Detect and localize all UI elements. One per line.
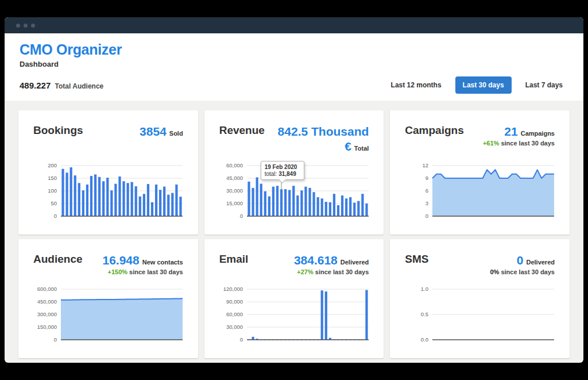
card-title-audience: Audience: [33, 253, 83, 266]
axis-tick-label: 15,000: [226, 200, 243, 206]
range-selector: Last 12 monthsLast 30 daysLast 7 days: [385, 76, 568, 94]
metric-value-email: 384.618: [294, 254, 338, 267]
chart-area[interactable]: 0150,000300,000450,000600,000: [32, 285, 185, 348]
card-campaigns: Campaigns21Campaigns+61% since last 30 d…: [390, 110, 570, 235]
card-metrics: 384.618Delivered+27% since last 30 days: [294, 253, 369, 277]
axis-tick-label: 100: [48, 187, 57, 194]
axis-tick-label: 0: [54, 336, 57, 343]
metric-unit: Campaigns: [521, 130, 555, 137]
axis-tick-label: 300,000: [37, 311, 57, 317]
window-titlebar: [5, 17, 583, 33]
axis-tick-label: 6: [425, 187, 428, 194]
chart-area-bookings: 050100150200: [32, 161, 185, 227]
card-title-sms: SMS: [405, 253, 428, 266]
card-metrics: 3854Sold: [140, 124, 183, 139]
total-audience-value: 489.227: [20, 80, 51, 90]
window-dot-icon[interactable]: [16, 24, 20, 28]
card-header: SMS0Delivered0% since last 30 days: [405, 253, 555, 277]
delta-line: +150% since last 30 days: [103, 268, 183, 277]
axis-tick-label: 45,000: [226, 175, 243, 181]
window-dot-icon[interactable]: [24, 24, 28, 28]
axis-tick-label: 0: [239, 336, 242, 343]
axis-tick-label: 0: [425, 213, 428, 219]
axis-tick-label: 60,000: [226, 311, 243, 317]
card-title-email: Email: [219, 253, 249, 266]
chart-area-campaigns: 036912: [404, 161, 556, 227]
axis-tick-label: 0.5: [421, 311, 428, 317]
axis-tick-label: 9: [425, 175, 428, 181]
delta-value: +27%: [297, 268, 313, 275]
axis-tick-label: 150,000: [37, 324, 57, 330]
card-sms: SMS0Delivered0% since last 30 days0.00.5…: [390, 239, 570, 358]
axis-tick-label: 120,000: [223, 286, 242, 292]
dashboard-grid: Bookings3854Sold050100150200Revenue842.5…: [5, 101, 583, 363]
range-button-last-12-months[interactable]: Last 12 months: [385, 76, 447, 94]
delta-suffix: since last 30 days: [499, 268, 555, 275]
chart-bar[interactable]: 050100150200: [32, 161, 185, 224]
window-dot-icon[interactable]: [31, 24, 35, 28]
metric-unit: Sold: [169, 130, 183, 137]
axis-tick-label: 3: [425, 200, 428, 206]
page-subtitle: Dashboard: [20, 60, 568, 68]
delta-value: +150%: [107, 268, 127, 275]
chart-area[interactable]: 036912: [404, 161, 556, 224]
card-header: Bookings3854Sold: [33, 124, 183, 139]
axis-tick-label: 30,000: [226, 187, 243, 194]
total-audience-label: Total Audience: [55, 82, 104, 90]
app-window: CMO Organizer Dashboard 489.227 Total Au…: [5, 17, 583, 363]
card-title-campaigns: Campaigns: [405, 124, 463, 137]
delta-suffix: since last 30 days: [127, 268, 183, 275]
range-button-last-7-days[interactable]: Last 7 days: [520, 76, 568, 94]
delta-line: +61% since last 30 days: [483, 140, 555, 148]
axis-tick-label: 150: [48, 175, 57, 181]
axis-tick-label: 30,000: [226, 324, 243, 330]
axis-tick-label: 200: [48, 162, 57, 168]
chart-area-revenue: 015,00030,00045,00060,00019 Feb 2020tota…: [218, 161, 371, 227]
card-metrics: 21Campaigns+61% since last 30 days: [483, 124, 555, 148]
range-button-last-30-days[interactable]: Last 30 days: [455, 76, 512, 94]
app-title: CMO Organizer: [20, 41, 568, 58]
card-header: Audience16.948New contacts+150% since la…: [33, 253, 183, 277]
axis-tick-label: 0.0: [421, 336, 428, 343]
chart-line[interactable]: 0.00.51.0: [404, 285, 556, 348]
tooltip-date: 19 Feb 2020: [265, 164, 300, 170]
metric-unit: Delivered: [341, 259, 369, 266]
total-audience-stat: 489.227 Total Audience: [20, 80, 103, 90]
axis-tick-label: 90,000: [226, 298, 243, 305]
axis-tick-label: 0: [239, 213, 242, 219]
card-title-bookings: Bookings: [33, 124, 83, 137]
axis-tick-label: 450,000: [37, 298, 57, 305]
axis-tick-label: 12: [423, 162, 429, 168]
chart-tooltip: 19 Feb 2020total: 31,849: [261, 161, 304, 180]
card-metrics: 842.5 Thousand €Total: [265, 124, 369, 155]
delta-suffix: since last 30 days: [314, 268, 369, 275]
card-audience: Audience16.948New contacts+150% since la…: [18, 239, 198, 358]
card-header: Campaigns21Campaigns+61% since last 30 d…: [405, 124, 555, 148]
metric-value-bookings: 3854: [140, 125, 167, 138]
axis-tick-label: 1.0: [421, 286, 428, 292]
delta-suffix: since last 30 days: [499, 140, 555, 147]
card-header: Revenue842.5 Thousand €Total: [219, 124, 369, 155]
metric-unit: New contacts: [142, 259, 183, 266]
chart-area-sms: 0.00.51.0: [404, 285, 556, 350]
page-header: CMO Organizer Dashboard 489.227 Total Au…: [5, 33, 583, 101]
delta-value: 0%: [490, 268, 499, 275]
axis-tick-label: 50: [51, 200, 57, 206]
metric-unit: Total: [354, 145, 369, 152]
delta-line: +27% since last 30 days: [294, 268, 369, 277]
chart-area-email: 030,00060,00090,000120,000: [218, 285, 371, 350]
chart-bar[interactable]: 030,00060,00090,000120,000: [218, 285, 371, 348]
card-revenue: Revenue842.5 Thousand €Total015,00030,00…: [204, 110, 384, 235]
card-header: Email384.618Delivered+27% since last 30 …: [219, 253, 369, 277]
axis-tick-label: 0: [54, 213, 57, 219]
card-metrics: 0Delivered0% since last 30 days: [490, 253, 555, 277]
metric-value-audience: 16.948: [103, 254, 140, 267]
axis-tick-label: 600,000: [37, 286, 57, 292]
card-title-revenue: Revenue: [219, 124, 265, 137]
delta-line: 0% since last 30 days: [490, 268, 555, 277]
card-metrics: 16.948New contacts+150% since last 30 da…: [103, 253, 183, 277]
chart-area-audience: 0150,000300,000450,000600,000: [32, 285, 185, 350]
delta-value: +61%: [483, 140, 499, 147]
metric-value-campaigns: 21: [504, 125, 517, 138]
card-email: Email384.618Delivered+27% since last 30 …: [204, 239, 384, 358]
